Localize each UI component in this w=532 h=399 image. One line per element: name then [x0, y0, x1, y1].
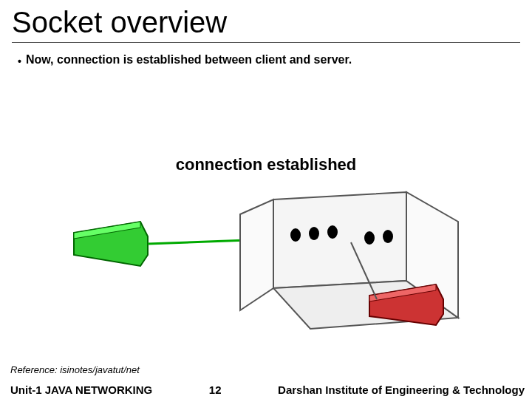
page-title: Socket overview [0, 0, 532, 42]
reference-text: Reference: isinotes/javatut/net [10, 364, 140, 375]
connection-diagram: connection established [59, 155, 473, 340]
svg-point-7 [309, 227, 319, 240]
bullet-text: Now, connection is established between c… [26, 53, 352, 66]
slide: Socket overview • Now, connection is est… [0, 0, 532, 399]
diagram-label-text: connection established [176, 155, 357, 174]
footer-page-number: 12 [152, 383, 278, 396]
footer-institute: Darshan Institute of Engineering & Techn… [278, 383, 532, 396]
bullet-item: • Now, connection is established between… [0, 43, 532, 69]
svg-point-8 [327, 225, 338, 239]
svg-point-9 [364, 231, 375, 245]
svg-point-6 [290, 228, 301, 242]
bullet-dot-icon: • [18, 53, 21, 69]
footer-unit: Unit-1 JAVA NETWORKING [0, 383, 152, 396]
footer: Unit-1 JAVA NETWORKING 12 Darshan Instit… [0, 380, 532, 399]
svg-marker-4 [240, 200, 273, 310]
client-plug-icon [74, 222, 148, 266]
svg-point-10 [383, 230, 393, 243]
